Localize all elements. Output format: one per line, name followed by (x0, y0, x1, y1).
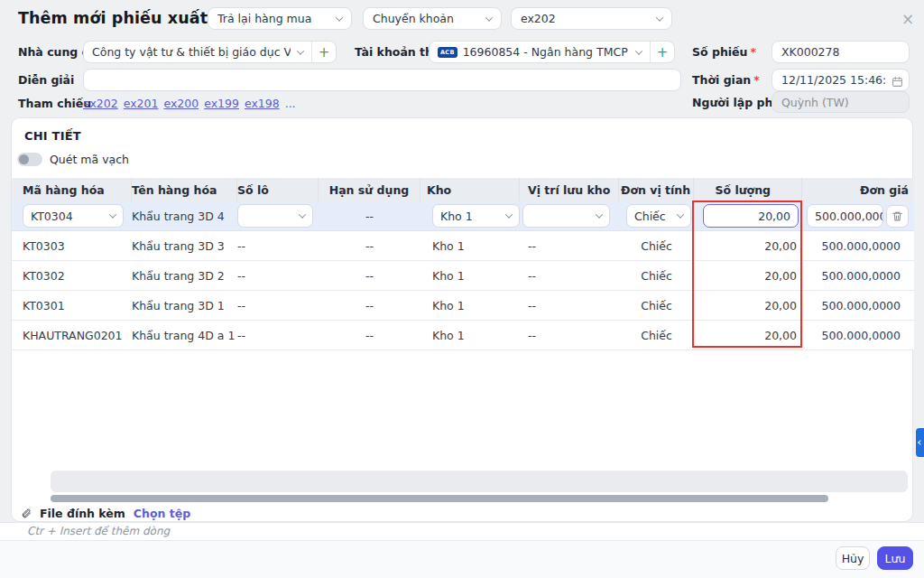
item-code-cell: KHAUTRANG0201 (12, 321, 132, 350)
supplier-select[interactable]: Công ty vật tư & thiết bị giáo dục Văn L… (83, 41, 337, 63)
table-header-row: Mã hàng hóa Tên hàng hóa Số lô Hạn sử dụ… (12, 178, 914, 201)
lot-cell: -- (237, 321, 319, 350)
chevron-down-icon (656, 14, 663, 21)
export-type-value: Trả lại hàng mua (217, 12, 311, 25)
description-label: Diễn giải (18, 69, 74, 91)
warehouse-cell: Kho 1 (420, 261, 520, 290)
hint-bar: Ctr + Insert để thêm dòng (0, 522, 924, 540)
chevron-down-icon (596, 210, 603, 218)
chevron-down-icon (485, 14, 493, 21)
export-type-select[interactable]: Trả lại hàng mua (208, 7, 352, 30)
unit-cell: Chiếc (619, 261, 694, 290)
payment-method-value: Chuyển khoản (373, 12, 454, 25)
chevron-down-icon (297, 47, 304, 54)
chevron-down-icon (505, 210, 513, 218)
expiry-cell: -- (319, 261, 420, 290)
item-name-cell: Khẩu trang 3D 2 (132, 261, 237, 290)
slip-no-input[interactable] (772, 41, 910, 63)
reference-link[interactable]: ex198 (245, 97, 280, 110)
table-edit-row[interactable]: KT0304 Khẩu trang 3D 4 -- Kho 1 Chiếc 50… (12, 201, 914, 231)
panel-collapse-tab[interactable] (916, 428, 924, 457)
unit-cell: Chiếc (619, 291, 694, 320)
warehouse-select[interactable]: Kho 1 (432, 204, 520, 228)
quantity-cell: 20,00 (694, 231, 802, 260)
description-input[interactable] (83, 69, 681, 91)
close-icon[interactable]: × (901, 12, 914, 27)
expiry-cell: -- (319, 321, 420, 350)
cancel-button[interactable]: Hủy (836, 546, 870, 570)
table-row[interactable]: KT0301 Khẩu trang 3D 1 -- -- Kho 1 -- Ch… (12, 291, 914, 321)
calendar-icon[interactable] (892, 74, 903, 91)
price-cell: 500.000,0000 (802, 231, 914, 260)
creator-input (772, 91, 910, 113)
required-mark: * (753, 73, 760, 87)
time-input[interactable] (772, 69, 910, 91)
table-row[interactable]: KT0302 Khẩu trang 3D 2 -- -- Kho 1 -- Ch… (12, 261, 914, 291)
choose-file-button[interactable]: Chọn tệp (134, 507, 190, 520)
quantity-input[interactable] (703, 204, 799, 228)
col-header-code: Mã hàng hóa (12, 178, 132, 201)
col-header-name: Tên hàng hóa (132, 178, 237, 201)
reference-code-value: ex202 (521, 12, 556, 25)
account-select-main[interactable]: ACB 16960854 - Ngân hàng TMCP Á Châu (430, 42, 650, 62)
reference-code-select[interactable]: ex202 (511, 7, 672, 30)
reference-more[interactable]: ... (285, 97, 296, 110)
reference-label: Tham chiếu (18, 92, 91, 115)
col-header-price: Đơn giá (802, 178, 914, 201)
col-header-expiry: Hạn sử dụng (319, 178, 420, 201)
supplier-value: Công ty vật tư & thiết bị giáo dục Văn L… (92, 45, 291, 59)
toggle-knob (19, 154, 29, 164)
paperclip-icon (21, 505, 32, 522)
slip-no-label: Số phiếu* (692, 41, 756, 63)
reference-link[interactable]: ex201 (124, 97, 159, 110)
delete-row-button[interactable] (886, 205, 909, 228)
location-select[interactable] (522, 204, 610, 228)
barcode-scan-toggle[interactable] (17, 153, 42, 166)
attachment-label: File đính kèm (40, 507, 125, 520)
chevron-left-icon (918, 440, 923, 445)
col-header-quantity: Số lượng (694, 178, 802, 201)
warehouse-cell: Kho 1 (420, 231, 520, 260)
dialog-footer: Hủy Lưu (0, 540, 924, 578)
item-name-cell: Khẩu trang 3D 1 (132, 291, 237, 320)
reference-link[interactable]: ex200 (163, 97, 199, 110)
location-cell: -- (520, 321, 619, 350)
account-select[interactable]: ACB 16960854 - Ngân hàng TMCP Á Châu + (429, 41, 675, 63)
item-code-select[interactable]: KT0304 (23, 204, 124, 228)
lot-cell: -- (237, 291, 319, 320)
chevron-down-icon (109, 210, 116, 218)
table-row[interactable]: KT0303 Khẩu trang 3D 3 -- -- Kho 1 -- Ch… (12, 231, 914, 261)
item-name-cell: Khẩu trang 3D 3 (132, 231, 237, 260)
item-code-value: KT0304 (31, 210, 73, 223)
warehouse-cell: Kho 1 (420, 321, 520, 350)
save-button[interactable]: Lưu (877, 546, 913, 570)
unit-select[interactable]: Chiếc (626, 204, 691, 228)
price-cell: 500.000,0000 (802, 261, 914, 290)
time-label: Thời gian* (692, 69, 760, 91)
supplier-select-main[interactable]: Công ty vật tư & thiết bị giáo dục Văn L… (84, 42, 311, 62)
payment-method-select[interactable]: Chuyển khoản (363, 7, 502, 30)
scroll-track (51, 471, 908, 492)
add-supplier-button[interactable]: + (311, 42, 336, 62)
reference-links: ex202 ex201 ex200 ex199 ex198 ... (83, 92, 296, 115)
warehouse-value: Kho 1 (440, 210, 473, 223)
price-cell: 500.000,0000 (802, 291, 914, 320)
required-mark: * (750, 45, 756, 59)
reference-link[interactable]: ex199 (204, 97, 239, 110)
detail-heading: CHI TIẾT (24, 129, 81, 143)
col-header-location: Vị trí lưu kho (520, 178, 619, 201)
lot-cell: -- (237, 231, 319, 260)
add-account-button[interactable]: + (650, 42, 674, 62)
chevron-down-icon (299, 210, 306, 218)
reference-link[interactable]: ex202 (83, 97, 118, 110)
price-input[interactable]: 500.000,0000 (807, 204, 883, 228)
quantity-cell: 20,00 (694, 291, 802, 320)
lot-select[interactable] (237, 204, 313, 228)
table-row[interactable]: KHAUTRANG0201 Khẩu trang 4D a 1 -- -- Kh… (12, 321, 914, 350)
item-code-cell: KT0303 (12, 231, 132, 260)
lot-cell: -- (237, 261, 319, 290)
location-cell: -- (520, 291, 619, 320)
horizontal-scrollbar-thumb[interactable] (51, 495, 828, 502)
unit-cell: Chiếc (619, 231, 694, 260)
chevron-down-icon (336, 14, 343, 21)
